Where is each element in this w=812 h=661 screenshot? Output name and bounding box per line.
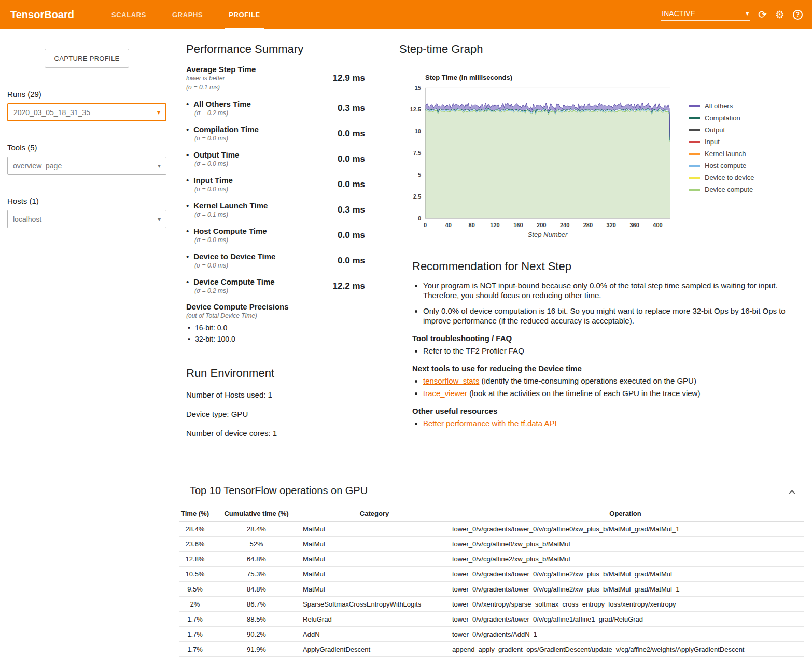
tool-link[interactable]: trace_viewer: [423, 389, 467, 398]
cell-category: MatMul: [302, 540, 447, 548]
cell-operation: tower_0/v/gradients/AddN_1: [447, 630, 804, 638]
svg-text:15: 15: [415, 85, 421, 91]
svg-text:360: 360: [629, 222, 639, 228]
cell-category: SparseSoftmaxCrossEntropyWithLogits: [302, 600, 447, 608]
svg-text:80: 80: [469, 222, 475, 228]
cell-cumulative: 75.3%: [211, 570, 302, 578]
cell-cumulative: 64.8%: [211, 555, 302, 563]
perf-metric-row: Host Compute Time (σ = 0.0 ms) 0.0 ms: [186, 226, 365, 245]
sidebar: CAPTURE PROFILE Runs (29) 2020_03_05_18_…: [0, 29, 174, 657]
cell-operation: tower_0/v/gradients/tower_0/v/cg/affine2…: [447, 585, 804, 593]
runs-dropdown-value: 2020_03_05_18_31_35: [13, 108, 90, 117]
perf-metric-row: Kernel Launch Time (σ = 0.1 ms) 0.3 ms: [186, 201, 365, 219]
hosts-dropdown[interactable]: localhost ▾: [7, 210, 166, 228]
legend-item: All others: [689, 102, 754, 110]
average-step-time-note: lower is better: [186, 74, 256, 83]
performance-summary-card: Performance Summary Average Step Time lo…: [174, 29, 386, 471]
perf-metric-row: Device Compute Time (σ = 0.2 ms) 12.2 ms: [186, 277, 365, 296]
next-tool-item: trace_viewer (look at the activities on …: [423, 388, 789, 398]
cell-cumulative: 88.5%: [211, 615, 302, 623]
step-time-chart: 02.557.51012.515040801201602002402803203…: [399, 83, 682, 230]
capture-profile-button[interactable]: CAPTURE PROFILE: [45, 49, 130, 68]
perf-metric-value: 12.2 ms: [333, 281, 365, 291]
table-row: 1.7% 88.5% ReluGrad tower_0/v/gradients/…: [179, 612, 804, 627]
perf-metric-sigma: (σ = 0.0 ms): [194, 261, 275, 270]
step-time-graph-section: Step-time Graph Step Time (in millisecon…: [399, 29, 812, 238]
chevron-down-icon: ▾: [158, 162, 161, 170]
perf-metric-row: Compilation Time (σ = 0.0 ms) 0.0 ms: [186, 124, 365, 143]
cell-time: 12.8%: [179, 555, 211, 563]
refresh-icon[interactable]: ⟳: [758, 9, 767, 20]
run-environment: Run Environment Number of Hosts used: 1 …: [174, 353, 386, 438]
tab-graphs[interactable]: GRAPHS: [159, 0, 216, 29]
collapse-button[interactable]: [788, 489, 796, 498]
runs-dropdown[interactable]: 2020_03_05_18_31_35 ▾: [7, 103, 166, 121]
perf-metric-label: All Others Time: [186, 99, 251, 109]
col-header-operation: Operation: [447, 510, 804, 517]
tool-link[interactable]: tensorflow_stats: [423, 376, 479, 385]
cell-time: 1.7%: [179, 630, 211, 638]
list-item: 32-bit: 100.0: [188, 335, 365, 343]
help-icon[interactable]: ?: [793, 10, 803, 20]
resources-heading: Other useful resources: [412, 406, 789, 415]
next-tool-item: tensorflow_stats (identify the time-cons…: [423, 376, 789, 386]
legend-label: Device to device: [705, 174, 754, 181]
chart-x-axis-label: Step Number: [425, 231, 670, 238]
legend-item: Compilation: [689, 114, 754, 122]
table-row: 1.7% 91.9% ApplyGradientDescent append_a…: [179, 642, 804, 657]
cell-cumulative: 91.9%: [211, 645, 302, 653]
status-dropdown[interactable]: INACTIVE ▾: [661, 8, 750, 21]
perf-metric-sigma: (σ = 0.2 ms): [194, 287, 275, 296]
cell-time: 28.4%: [179, 525, 211, 533]
cell-cumulative: 84.8%: [211, 585, 302, 593]
table-row: 23.6% 52% MatMul tower_0/v/cg/affine0/xw…: [179, 537, 804, 552]
cell-operation: tower_0/v/cg/affine0/xw_plus_b/MatMul: [447, 540, 804, 548]
legend-swatch: [689, 189, 700, 191]
precisions-list: 16-bit: 0.0 32-bit: 100.0: [188, 324, 365, 343]
legend-swatch: [689, 177, 700, 179]
table-body: 28.4% 28.4% MatMul tower_0/v/gradients/t…: [179, 522, 804, 657]
perf-metric-label: Device to Device Time: [186, 251, 275, 261]
legend-item: Device to device: [689, 174, 754, 181]
perf-metric-row: Output Time (σ = 0.0 ms) 0.0 ms: [186, 150, 365, 168]
svg-text:12.5: 12.5: [410, 106, 421, 112]
precisions-title: Device Compute Precisions: [186, 302, 365, 311]
tab-scalars[interactable]: SCALARS: [99, 0, 159, 29]
perf-metric-sigma: (σ = 0.0 ms): [194, 134, 259, 143]
app-header: TensorBoard SCALARS GRAPHS PROFILE INACT…: [0, 0, 812, 29]
tools-dropdown[interactable]: overview_page ▾: [7, 157, 166, 175]
tools-dropdown-value: overview_page: [13, 162, 62, 170]
cell-time: 9.5%: [179, 585, 211, 593]
perf-metric-row: Device to Device Time (σ = 0.0 ms) 0.0 m…: [186, 251, 365, 270]
chevron-up-icon: [789, 490, 795, 497]
legend-item: Kernel launch: [689, 150, 754, 158]
settings-gear-icon[interactable]: ⚙: [775, 9, 785, 20]
cell-time: 1.7%: [179, 645, 211, 653]
recommendation-section: Recommendation for Next Step Your progra…: [399, 248, 812, 428]
run-environment-line: Device type: GPU: [186, 410, 370, 418]
legend-swatch: [689, 141, 700, 143]
cell-time: 1.7%: [179, 615, 211, 623]
run-environment-lines: Number of Hosts used: 1 Device type: GPU…: [186, 390, 370, 438]
recommendation-title: Recommendation for Next Step: [412, 260, 789, 273]
svg-text:2.5: 2.5: [413, 193, 421, 200]
cell-cumulative: 52%: [211, 540, 302, 548]
tools-label: Tools (5): [7, 143, 174, 152]
cell-category: ReluGrad: [302, 615, 447, 623]
table-row: 28.4% 28.4% MatMul tower_0/v/gradients/t…: [179, 522, 804, 537]
top-ops-title: Top 10 TensorFlow operations on GPU: [190, 485, 368, 497]
header-actions: INACTIVE ▾ ⟳ ⚙ ?: [661, 0, 812, 29]
perf-metric-label: Output Time: [186, 150, 239, 160]
cell-time: 10.5%: [179, 570, 211, 578]
tfdata-api-link[interactable]: Better performance with the tf.data API: [423, 419, 557, 428]
legend-label: Compilation: [705, 114, 740, 122]
tab-profile[interactable]: PROFILE: [216, 0, 273, 29]
recommendation-bullets: Your program is NOT input-bound because …: [412, 280, 789, 326]
legend-label: Kernel launch: [705, 150, 746, 158]
legend-swatch: [689, 153, 700, 155]
perf-metric-label: Input Time: [186, 175, 233, 185]
next-tools-heading: Next tools to use for reducing the Devic…: [412, 364, 789, 373]
faq-heading: Tool troubleshooting / FAQ: [412, 334, 789, 343]
perf-metric-value: 0.0 ms: [338, 256, 365, 266]
perf-metric-label: Host Compute Time: [186, 226, 267, 236]
